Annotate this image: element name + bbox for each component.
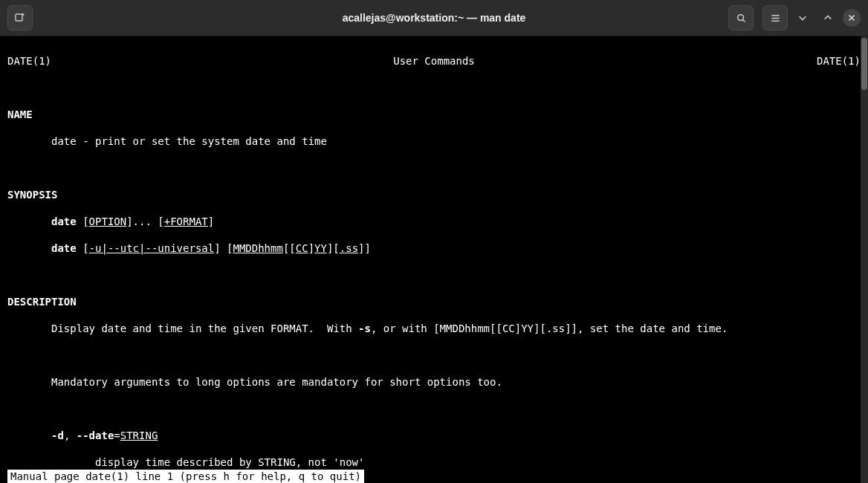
blank-line — [7, 349, 861, 362]
header-left: DATE(1) — [7, 54, 51, 68]
terminal-content[interactable]: DATE(1)User CommandsDATE(1) NAME date - … — [0, 36, 868, 483]
flag: --date — [77, 429, 114, 441]
synopsis-line-1: date [OPTION]... [+FORMAT] — [7, 215, 861, 228]
section-heading-description: DESCRIPTION — [7, 296, 77, 308]
name-text: date - print or set the system date and … — [7, 134, 861, 148]
desc-p1: Display date and time in the given FORMA… — [7, 322, 861, 335]
arg: STRING — [120, 429, 158, 441]
window-title: acallejas@workstation:~ — man date — [343, 12, 526, 24]
desc-text: Display date and time in the given FORMA… — [51, 322, 358, 334]
minimize-button[interactable] — [792, 5, 813, 30]
chevron-down-icon — [797, 13, 808, 23]
bracket: ]] — [358, 242, 371, 254]
titlebar: acallejas@workstation:~ — man date — [0, 0, 868, 36]
format-arg: +FORMAT — [164, 215, 208, 227]
maximize-button[interactable] — [817, 5, 838, 30]
desc-text: display time described by STRING, not 'n… — [95, 456, 364, 468]
option-arg: OPTION — [89, 215, 127, 227]
section-heading-synopsis: SYNOPSIS — [7, 189, 57, 201]
desc-text: , or with [MMDDhhmm[[CC]YY][.ss]], set t… — [371, 322, 728, 334]
sep: , — [64, 429, 77, 441]
blank-line — [7, 268, 861, 282]
eq: = — [114, 429, 120, 441]
close-icon — [848, 14, 855, 22]
bracket: [ — [77, 242, 89, 254]
ss-arg: .ss — [340, 242, 358, 254]
desc-text: Mandatory arguments to long options are … — [51, 376, 502, 388]
blank-line — [7, 81, 861, 94]
titlebar-left — [7, 5, 33, 30]
new-tab-button[interactable] — [7, 5, 33, 30]
chevron-up-icon — [823, 13, 833, 23]
close-button[interactable] — [843, 9, 861, 27]
cmd-name: date — [51, 215, 77, 227]
desc-p2: Mandatory arguments to long options are … — [7, 375, 861, 389]
section-heading-name: NAME — [7, 108, 33, 120]
search-icon — [736, 13, 747, 24]
flag: -d — [51, 429, 64, 441]
bracket: [[ — [283, 242, 296, 254]
scrollbar-thumb[interactable] — [861, 38, 867, 90]
flag: -s — [358, 322, 371, 334]
yy-arg: YY — [314, 242, 327, 254]
bracket: ] — [208, 215, 214, 227]
status-bar: Manual page date(1) line 1 (press h for … — [7, 470, 364, 483]
utc-arg: -u|--utc|--universal — [89, 242, 215, 254]
search-button[interactable] — [728, 5, 754, 30]
bracket: ] [ — [214, 242, 233, 254]
name-content: date - print or set the system date and … — [51, 135, 327, 147]
bracket: [ — [77, 215, 89, 227]
header-right: DATE(1) — [817, 54, 861, 68]
bracket: ][ — [327, 242, 340, 254]
mmdd-arg: MMDDhhmm — [233, 242, 282, 254]
synopsis-line-2: date [-u|--utc|--universal] [MMDDhhmm[[C… — [7, 242, 861, 255]
option-d: -d, --date=STRING — [7, 429, 861, 442]
hamburger-icon — [770, 13, 781, 24]
scrollbar[interactable] — [861, 36, 868, 483]
svg-point-1 — [737, 14, 743, 20]
menu-button[interactable] — [762, 5, 788, 30]
bracket: ]... [ — [126, 215, 164, 227]
svg-rect-0 — [16, 14, 22, 21]
bracket: ] — [308, 242, 314, 254]
manpage-header: DATE(1)User CommandsDATE(1) — [7, 54, 861, 68]
blank-line — [7, 161, 861, 175]
blank-line — [7, 402, 861, 415]
cc-arg: CC — [296, 242, 308, 254]
header-center: User Commands — [393, 54, 475, 68]
new-tab-icon — [14, 12, 26, 24]
cmd-name: date — [51, 242, 77, 254]
titlebar-right — [728, 5, 861, 30]
option-d-desc: display time described by STRING, not 'n… — [7, 456, 861, 469]
